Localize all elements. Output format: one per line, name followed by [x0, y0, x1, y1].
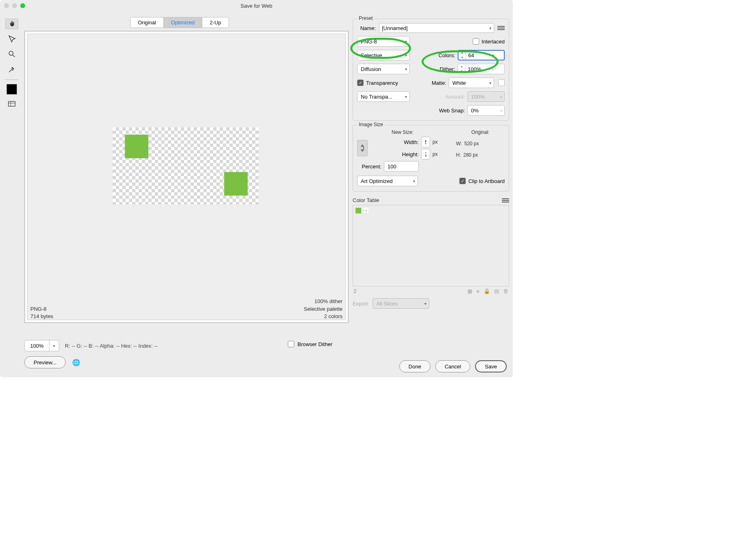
save-for-web-dialog: Save for Web Original Opti [0, 0, 513, 377]
preset-menu-icon[interactable] [497, 25, 505, 31]
slice-select-tool-icon[interactable] [5, 32, 18, 45]
titlebar: Save for Web [0, 0, 513, 11]
chevron-down-icon: ▾ [489, 81, 491, 85]
dither-input[interactable] [465, 66, 489, 72]
chevron-right-icon: › [501, 108, 502, 113]
height-input[interactable] [424, 151, 427, 158]
amount-label: Amount: [445, 94, 465, 100]
websnap-value: 0% [471, 108, 479, 114]
colors-input[interactable] [466, 52, 489, 58]
width-field[interactable] [421, 137, 430, 147]
minimize-window-icon[interactable] [12, 3, 17, 8]
eyedropper-color-swatch[interactable] [6, 84, 17, 95]
trash-icon[interactable]: 🗑 [503, 288, 508, 294]
settings-panel: Preset Name: [Unnamed] ▾ PNG-8 ▾ [353, 19, 509, 372]
window-title: Save for Web [240, 3, 272, 9]
save-button[interactable]: Save [475, 360, 507, 372]
tab-original[interactable]: Original [130, 17, 164, 28]
browser-dither-label: Browser Dither [298, 341, 332, 347]
chevron-down-icon[interactable]: ▾ [489, 53, 497, 58]
dither-method-select[interactable]: Diffusion ▾ [357, 64, 410, 74]
color-table-menu-icon[interactable] [502, 198, 509, 203]
done-button[interactable]: Done [399, 360, 430, 372]
new-size-heading: New Size: [357, 129, 448, 135]
preview-viewport[interactable] [27, 34, 346, 320]
browser-preview-icon[interactable]: 🌐 [72, 359, 80, 366]
preview-filesize: 714 bytes [30, 313, 53, 320]
chevron-right-icon[interactable]: › [489, 67, 496, 71]
eyedropper-tool-icon[interactable] [5, 63, 18, 75]
chevron-down-icon: ▾ [405, 53, 407, 58]
export-label: Export: [353, 301, 369, 307]
preset-group: Preset Name: [Unnamed] ▾ PNG-8 ▾ [353, 19, 509, 121]
cube-icon[interactable]: ⎈ [476, 288, 480, 294]
stepper-arrows-icon[interactable]: ▴▾ [458, 50, 466, 60]
cancel-button[interactable]: Cancel [435, 360, 470, 372]
matte-select[interactable]: White ▾ [449, 77, 494, 88]
browser-dither-checkbox[interactable] [288, 341, 294, 347]
transparency-label: Transparency [366, 80, 398, 86]
chevron-down-icon: ▾ [424, 301, 426, 306]
color-reduction-select[interactable]: Selective ▾ [357, 50, 410, 60]
file-format-select[interactable]: PNG-8 ▾ [357, 36, 410, 47]
stepper-arrows-icon[interactable]: ▴▾ [458, 64, 465, 74]
color-reduction-value: Selective [361, 52, 382, 58]
hand-tool-icon[interactable] [5, 19, 18, 29]
color-swatch-1[interactable] [356, 208, 361, 213]
dither-stepper[interactable]: ▴▾ › [458, 64, 505, 74]
close-window-icon[interactable] [4, 3, 9, 8]
transparency-dither-value: No Transpa... [361, 94, 392, 100]
websnap-field[interactable]: 0% › [467, 105, 505, 116]
svg-rect-2 [9, 101, 15, 106]
slice-visibility-icon[interactable] [5, 98, 18, 110]
chevron-down-icon: ▾ [405, 95, 407, 99]
height-field[interactable] [421, 149, 430, 159]
width-input[interactable] [424, 139, 427, 146]
transparency-dither-select[interactable]: No Transpa... ▾ [357, 91, 410, 102]
interlaced-checkbox[interactable] [473, 38, 479, 45]
svg-point-0 [9, 51, 13, 55]
tab-optimized[interactable]: Optimized [163, 17, 203, 28]
color-table-body[interactable] [353, 205, 509, 286]
zoom-window-icon[interactable] [20, 3, 25, 8]
link-dimensions-icon[interactable] [357, 140, 368, 156]
color-swatch-transparent[interactable] [363, 208, 368, 213]
lock-icon[interactable]: 🔒 [484, 288, 490, 294]
clip-to-artboard-checkbox[interactable]: ✓ [459, 178, 466, 184]
matte-color-swatch[interactable] [498, 80, 505, 86]
export-value: All Slices [376, 301, 398, 307]
matte-value: White [452, 80, 466, 86]
svg-line-1 [13, 55, 15, 57]
preview-panel: PNG-8 714 bytes 100% dither Selective pa… [24, 31, 349, 323]
preview-palette-info: Selective palette [304, 306, 343, 313]
matte-label: Matte: [432, 80, 446, 86]
image-size-group-title: Image Size [357, 122, 385, 127]
transparency-checkbox[interactable]: ✓ [357, 80, 364, 86]
preset-name-label: Name: [357, 25, 376, 31]
zoom-tool-icon[interactable] [5, 48, 18, 60]
preview-button[interactable]: Preview... [24, 356, 66, 368]
new-color-icon[interactable]: ▤ [494, 288, 499, 294]
colors-stepper[interactable]: ▴▾ ▾ [458, 50, 505, 60]
height-label: Height: [384, 151, 419, 157]
anti-alias-value: Art Optimized [361, 178, 393, 184]
chevron-down-icon: ▾ [405, 67, 407, 71]
original-heading: Original: [456, 129, 505, 135]
anti-alias-select[interactable]: Art Optimized ▾ [357, 176, 418, 186]
tab-2up[interactable]: 2-Up [202, 17, 229, 28]
artwork-canvas [113, 127, 259, 204]
zoom-level-select[interactable]: ▾ [24, 340, 59, 351]
px-unit: px [433, 139, 445, 145]
file-format-value: PNG-8 [361, 39, 377, 45]
chevron-down-icon: ▾ [413, 179, 415, 183]
percent-input[interactable] [387, 163, 416, 170]
green-square-2 [224, 172, 248, 196]
window-controls [4, 3, 25, 8]
export-select: All Slices ▾ [373, 298, 429, 309]
preset-name-select[interactable]: [Unnamed] ▾ [379, 23, 494, 33]
chevron-down-icon[interactable]: ▾ [49, 340, 59, 351]
zoom-input[interactable] [25, 343, 49, 349]
snap-to-web-icon[interactable]: ▦ [467, 288, 472, 294]
percent-field[interactable] [384, 161, 419, 172]
width-label: Width: [384, 139, 419, 145]
